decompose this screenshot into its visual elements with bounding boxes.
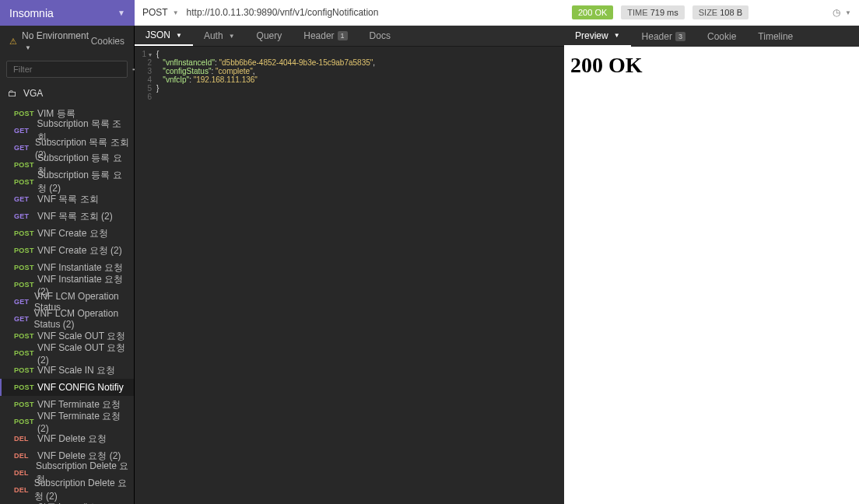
request-item[interactable]: GETVNF 목록 조회 (2) (0, 208, 134, 225)
environment-selector[interactable]: No Environment ▼ (22, 30, 91, 52)
request-item[interactable]: POSTVNF Create 요청 (2) (0, 242, 134, 259)
sidebar: ⚠ No Environment ▼ Cookies ✚ ▼ 🗀 VGA POS… (0, 26, 135, 504)
request-item[interactable]: POSTSubscription 등록 요청 (2) (0, 173, 134, 191)
time-badge: TIME 719 ms (621, 5, 684, 19)
method-badge: POST (14, 418, 33, 425)
tab-query[interactable]: Query (246, 26, 293, 46)
chevron-down-icon[interactable]: ▼ (845, 9, 851, 16)
method-badge: POST (14, 349, 33, 357)
method-badge: POST (14, 383, 33, 391)
method-selector[interactable]: POST ▼ (142, 7, 179, 18)
tab-header[interactable]: Header 1 (293, 26, 358, 46)
clock-icon[interactable]: ◷ (833, 7, 840, 18)
warning-icon: ⚠ (9, 37, 17, 47)
app-brand[interactable]: Insomnia ▼ (0, 0, 135, 26)
request-item[interactable]: POSTVNF Scale OUT 요청 (2) (0, 345, 134, 362)
chevron-down-icon: ▼ (229, 33, 235, 40)
request-label: VNF Scale OUT 요청 (2) (37, 341, 129, 366)
filter-input[interactable] (6, 61, 128, 78)
request-label: VNF Create 요청 (2) (37, 244, 122, 257)
request-item[interactable]: POSTVNF CONFIG Notifiy (0, 379, 134, 396)
tab-docs[interactable]: Docs (359, 26, 401, 46)
request-label: VNF Terminate 요청 (2) (37, 410, 129, 434)
app-name: Insomnia (9, 7, 117, 19)
chevron-down-icon: ▼ (173, 9, 179, 16)
method-badge: POST (14, 264, 33, 271)
tab-auth[interactable]: Auth ▼ (193, 26, 246, 46)
request-item[interactable]: POSTVNF Scale IN 요청 (0, 362, 134, 379)
folder-icon: 🗀 (8, 88, 17, 99)
method-badge: POST (14, 229, 33, 237)
request-list: POSTVIM 등록GETSubscription 목록 조회GETSubscr… (0, 105, 134, 504)
chevron-down-icon: ▼ (25, 44, 31, 51)
request-item[interactable]: POSTVNF Create 요청 (0, 225, 134, 242)
method-badge: POST (14, 110, 33, 117)
method-badge: POST (14, 401, 33, 408)
request-label: VNF Scale IN 요청 (37, 364, 115, 377)
method-badge: DEL (14, 486, 30, 494)
request-label: Subscription Delete 요청 (2) (34, 477, 129, 503)
size-badge: SIZE 108 B (692, 5, 749, 19)
method-badge: GET (14, 195, 33, 203)
body-editor[interactable]: 1▾23456 { "vnfInstanceId": "d5bb6b6e-485… (135, 47, 564, 504)
request-tabs: JSON ▼ Auth ▼ Query Header 1 Docs (135, 26, 564, 47)
request-label: 한글 json 테스트 (37, 501, 107, 505)
method-label: POST (142, 7, 168, 18)
request-label: VNF Delete 요청 (37, 432, 107, 446)
method-badge: DEL (14, 435, 33, 443)
method-badge: POST (14, 281, 33, 289)
method-badge: POST (14, 332, 33, 340)
method-badge: GET (14, 298, 30, 306)
method-badge: POST (14, 247, 33, 254)
request-item[interactable]: DELSubscription Delete 요청 (2) (0, 481, 134, 499)
status-badge: 200 OK (572, 5, 613, 19)
method-badge: DEL (14, 452, 33, 460)
method-badge: DEL (14, 469, 31, 477)
chevron-down-icon: ▼ (176, 32, 182, 39)
folder-label: VGA (23, 88, 43, 99)
method-badge: POST (14, 178, 33, 186)
request-pane: JSON ▼ Auth ▼ Query Header 1 Docs 1▾2345… (135, 26, 564, 504)
request-label: VNF 목록 조회 (2) (37, 210, 113, 223)
method-badge: GET (14, 212, 33, 220)
method-badge: GET (14, 315, 29, 323)
method-badge: POST (14, 161, 33, 169)
request-label: Subscription 등록 요청 (2) (37, 169, 129, 195)
request-label: VNF CONFIG Notifiy (37, 382, 124, 393)
request-item[interactable]: GETVNF LCM Operation Status (2) (0, 310, 134, 327)
method-badge: GET (14, 127, 33, 135)
request-label: VNF LCM Operation Status (2) (33, 308, 129, 330)
method-badge: POST (14, 366, 33, 374)
tab-json[interactable]: JSON ▼ (135, 26, 193, 46)
cookies-link[interactable]: Cookies (91, 36, 124, 47)
chevron-down-icon: ▼ (117, 9, 125, 17)
folder-vga[interactable]: 🗀 VGA (0, 82, 134, 105)
request-label: VNF Create 요청 (37, 227, 108, 240)
request-item[interactable]: POSTVNF Terminate 요청 (2) (0, 413, 134, 430)
method-badge: GET (14, 144, 30, 152)
response-status-strip: 200 OK TIME 719 ms SIZE 108 B ◷ ▼ (564, 0, 859, 26)
request-label: VNF 목록 조회 (37, 193, 99, 206)
